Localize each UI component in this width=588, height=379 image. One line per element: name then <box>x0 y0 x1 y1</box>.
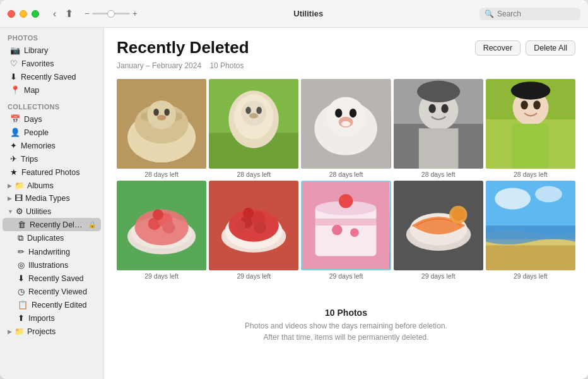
photo-count-inline: 10 Photos <box>209 61 244 70</box>
svg-point-62 <box>350 228 359 237</box>
trips-icon: ✈ <box>10 154 17 164</box>
photo-item[interactable]: 28 days left <box>486 79 575 178</box>
sidebar-item-media-types[interactable]: ▶ 🎞 Media Types <box>3 192 101 205</box>
svg-point-35 <box>520 100 527 109</box>
sidebar-item-label: Recently Viewed <box>28 287 96 296</box>
svg-point-72 <box>495 188 531 210</box>
svg-point-23 <box>341 121 350 127</box>
star-icon: ★ <box>10 167 18 177</box>
photo-item[interactable]: 29 days left <box>486 181 575 280</box>
maximize-button[interactable] <box>32 10 39 18</box>
days-left-label: 29 days left <box>209 272 298 280</box>
svg-point-30 <box>417 81 460 102</box>
sidebar-item-days[interactable]: 📅 Days <box>3 112 101 126</box>
days-left-label: 29 days left <box>117 272 206 280</box>
duplicate-icon: ⧉ <box>18 233 23 243</box>
delete-all-button[interactable]: Delete All <box>526 40 575 56</box>
svg-point-67 <box>452 208 464 221</box>
recover-button[interactable]: Recover <box>475 40 521 56</box>
svg-point-53 <box>254 221 266 234</box>
sidebar-item-label: Imports <box>28 314 96 323</box>
photo-item[interactable]: 29 days left <box>117 181 206 280</box>
sidebar-item-featured-photos[interactable]: ★ Featured Photos <box>3 165 101 179</box>
photo-item[interactable]: 29 days left <box>209 181 298 280</box>
svg-point-14 <box>245 107 251 114</box>
minimize-button[interactable] <box>20 10 27 18</box>
sidebar-item-duplicates[interactable]: ⧉ Duplicates <box>3 231 101 245</box>
utilities-icon: ⚙ <box>16 207 23 216</box>
photo-item[interactable]: 29 days left <box>301 181 391 280</box>
date-range: January – February 2024 <box>117 61 201 70</box>
close-button[interactable] <box>8 10 15 18</box>
sidebar-item-recently-deleted[interactable]: 🗑 Recently Delet... 🔒 <box>3 218 101 231</box>
memories-icon: ✦ <box>10 141 17 150</box>
main-layout: Photos 📷 Library ♡ Favorites ⬇ Recently … <box>0 28 588 379</box>
sidebar-item-recently-viewed[interactable]: ◷ Recently Viewed <box>3 285 101 298</box>
library-icon: 📷 <box>10 45 20 55</box>
collections-section-header: Collections <box>0 97 103 112</box>
svg-point-28 <box>428 104 435 113</box>
sidebar-item-handwriting[interactable]: ✏ Handwriting <box>3 245 101 258</box>
sidebar-item-recently-saved-sub[interactable]: ⬇ Recently Saved <box>3 272 101 285</box>
search-input[interactable] <box>497 9 573 18</box>
photo-item[interactable]: 28 days left <box>394 79 483 178</box>
photo-item[interactable]: 29 days left <box>394 181 483 280</box>
photo-item[interactable]: 28 days left <box>209 79 298 178</box>
sidebar-item-map[interactable]: 📍 Map <box>3 83 101 97</box>
sidebar-item-label: Featured Photos <box>21 168 96 177</box>
sidebar-item-trips[interactable]: ✈ Trips <box>3 152 101 165</box>
sidebar-item-label: Recently Delet... <box>30 220 83 229</box>
chevron-down-icon: ▼ <box>8 208 13 215</box>
sidebar-item-projects[interactable]: ▶ 📁 Projects <box>3 325 101 338</box>
sidebar-item-label: Illustrations <box>28 261 96 270</box>
sidebar-item-favorites[interactable]: ♡ Favorites <box>3 57 101 70</box>
svg-point-61 <box>332 225 343 236</box>
share-button[interactable]: ⬆ <box>62 6 76 21</box>
sidebar-item-label: Map <box>24 86 96 95</box>
sidebar-item-label: Recently Saved <box>21 73 96 81</box>
zoom-minus-button[interactable]: − <box>85 9 90 18</box>
calendar-icon: 📅 <box>10 114 20 124</box>
total-count: 10 Photos <box>117 308 575 318</box>
deletion-description: Photos and videos show the days remainin… <box>117 320 575 343</box>
days-left-label: 28 days left <box>209 171 298 178</box>
media-types-icon: 🎞 <box>15 194 23 203</box>
person-icon: 👤 <box>10 128 20 137</box>
chevron-right-icon: ▶ <box>8 195 12 202</box>
trash-icon: 🗑 <box>18 220 26 229</box>
svg-rect-56 <box>315 221 377 256</box>
illustration-icon: ◎ <box>18 260 25 270</box>
sidebar-item-label: Recently Edited <box>32 301 96 310</box>
sidebar-item-people[interactable]: 👤 People <box>3 126 101 139</box>
sidebar-item-illustrations[interactable]: ◎ Illustrations <box>3 258 101 272</box>
zoom-plus-button[interactable]: + <box>132 9 138 18</box>
sidebar: Photos 📷 Library ♡ Favorites ⬇ Recently … <box>0 28 104 379</box>
sidebar-item-label: People <box>24 128 96 137</box>
sidebar-item-recently-saved[interactable]: ⬇ Recently Saved <box>3 70 101 83</box>
search-bar[interactable]: 🔍 <box>479 8 580 20</box>
sidebar-item-library[interactable]: 📷 Library <box>3 44 101 57</box>
desc-line2: After that time, items will be permanent… <box>263 333 428 342</box>
nav-controls: ‹ ⬆ − + <box>50 6 138 21</box>
sidebar-item-imports[interactable]: ⬆ Imports <box>3 311 101 325</box>
svg-point-44 <box>153 210 163 220</box>
days-left-label: 29 days left <box>486 272 575 280</box>
sidebar-item-label: Library <box>24 46 96 55</box>
back-button[interactable]: ‹ <box>50 7 59 21</box>
sidebar-item-utilities[interactable]: ▼ ⚙ Utilities <box>3 205 101 218</box>
zoom-control: − + <box>85 9 137 18</box>
svg-point-45 <box>163 221 175 234</box>
photo-item[interactable]: 28 days left <box>117 79 206 178</box>
days-left-label: 28 days left <box>117 171 206 178</box>
sidebar-item-recently-edited[interactable]: 📋 Recently Edited <box>3 298 101 311</box>
sidebar-item-label: Projects <box>27 327 56 336</box>
sidebar-item-albums[interactable]: ▶ 📁 Albums <box>3 179 101 192</box>
heart-icon: ♡ <box>10 59 18 68</box>
import-icon: ⬆ <box>18 313 25 323</box>
days-left-label: 28 days left <box>301 171 391 178</box>
bottom-info: 10 Photos Photos and videos show the day… <box>117 295 575 349</box>
sidebar-item-memories[interactable]: ✦ Memories <box>3 139 101 152</box>
desc-line1: Photos and videos show the days remainin… <box>245 322 447 330</box>
photo-item[interactable]: 28 days left <box>301 79 391 178</box>
zoom-slider[interactable] <box>92 13 130 15</box>
